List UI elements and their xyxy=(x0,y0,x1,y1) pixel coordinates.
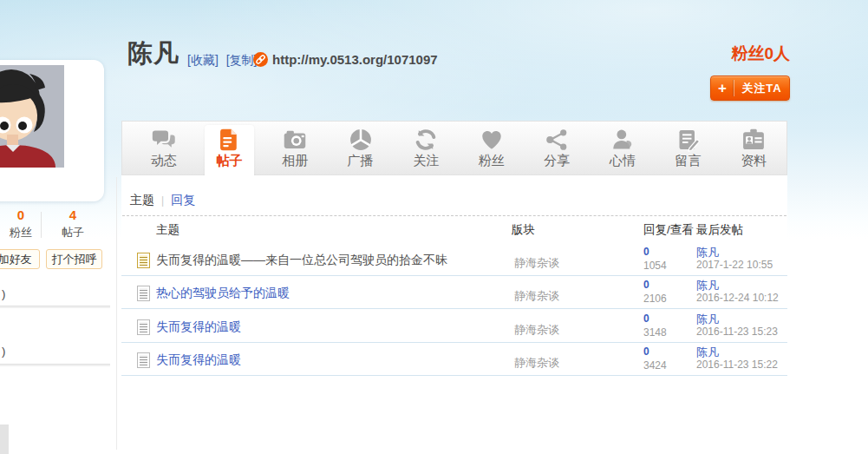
message-icon xyxy=(675,128,702,152)
board-link[interactable]: 静海杂谈 xyxy=(514,355,559,371)
profile-name: 陈凡 xyxy=(127,36,179,71)
reply-count-link[interactable]: 0 xyxy=(643,279,649,291)
camera-icon xyxy=(282,128,308,152)
sidebar-stats: 0 粉丝 4 帖子 xyxy=(0,208,116,240)
tab-label: 关注 xyxy=(413,153,439,169)
tab-label: 心情 xyxy=(610,153,636,169)
tab-profile[interactable]: 资料 xyxy=(721,122,786,174)
share-icon xyxy=(544,128,570,152)
follow-button-label: 关注TA xyxy=(734,81,789,96)
fans-count-text: 粉丝0人 xyxy=(702,43,790,65)
tab-label: 粉丝 xyxy=(479,153,505,169)
column-header-board: 版块 xyxy=(512,222,535,238)
last-post-time: 2016-12-24 10:12 xyxy=(696,292,779,304)
profile-tabbar: 动态 帖子 相册 广播 关注 粉丝 分享 心情 留言 资料 xyxy=(121,121,787,175)
subnav-reply-link[interactable]: 回复 xyxy=(171,193,195,208)
last-post-time: 2017-1-22 10:55 xyxy=(696,259,773,271)
mood-icon xyxy=(610,128,636,152)
column-header-topic: 主题 xyxy=(156,222,179,238)
gray-doc-icon xyxy=(137,319,150,335)
fans-label: 粉丝 xyxy=(0,225,42,240)
tab-broadcast[interactable]: 广播 xyxy=(328,122,394,174)
post-title-link[interactable]: 失而复得的温暖——来自一位总公司驾驶员的拾金不昧 xyxy=(156,253,447,268)
tab-shares[interactable]: 分享 xyxy=(525,122,591,174)
last-post-time: 2016-11-23 15:23 xyxy=(696,326,778,338)
tab-posts[interactable]: 帖子 xyxy=(197,122,263,174)
gray-doc-icon xyxy=(137,352,150,368)
posts-count: 4 xyxy=(42,208,104,222)
gray-doc-icon xyxy=(137,286,150,301)
column-header-lastpost: 最后发帖 xyxy=(696,222,743,238)
table-row: 热心的驾驶员给予的温暖 静海杂谈 0 2106 陈凡 2016-12-24 10… xyxy=(121,275,787,309)
comments-icon xyxy=(151,128,177,152)
table-row: 失而复得的温暖 静海杂谈 0 3424 陈凡 2016-11-23 15:22 xyxy=(121,342,787,376)
tab-following[interactable]: 关注 xyxy=(393,122,459,174)
profile-url: http://my.0513.org/1071097 xyxy=(272,52,438,67)
stat-posts[interactable]: 4 帖子 xyxy=(42,208,104,240)
say-hello-button[interactable]: 打个招呼 xyxy=(46,249,102,269)
board-link[interactable]: 静海杂谈 xyxy=(514,322,559,338)
tab-label: 留言 xyxy=(675,153,702,169)
stat-fans[interactable]: 0 粉丝 xyxy=(0,208,42,240)
reply-count-link[interactable]: 0 xyxy=(643,313,649,325)
sidebar-divider xyxy=(0,306,110,308)
fans-count: 0 xyxy=(0,208,42,222)
profile-page: 0 粉丝 4 帖子 加好友 打个招呼 ) ) 陈凡 [收藏] [复制] http… xyxy=(0,0,868,454)
avatar[interactable] xyxy=(0,65,64,168)
reply-count-link[interactable]: 0 xyxy=(643,345,649,358)
subnav-topic[interactable]: 主题 xyxy=(130,193,154,208)
tab-label: 资料 xyxy=(741,153,767,169)
refresh-icon xyxy=(413,128,439,152)
broadcast-icon xyxy=(348,128,374,152)
tab-feed[interactable]: 动态 xyxy=(131,122,197,174)
bookmark-link[interactable]: [收藏] xyxy=(187,53,219,67)
board-link[interactable]: 静海杂谈 xyxy=(514,288,559,304)
post-title-link[interactable]: 失而复得的温暖 xyxy=(156,319,241,335)
post-title-link[interactable]: 失而复得的温暖 xyxy=(156,352,241,368)
subnav-divider: | xyxy=(161,194,164,207)
tab-label: 广播 xyxy=(348,153,374,169)
tab-mood[interactable]: 心情 xyxy=(590,122,656,174)
view-count: 3148 xyxy=(643,326,667,339)
view-count: 2106 xyxy=(643,293,667,305)
post-title-link[interactable]: 热心的驾驶员给予的温暖 xyxy=(156,286,290,301)
idcard-icon xyxy=(741,128,767,152)
sidebar-truncated-line: ) xyxy=(2,287,5,300)
gold-doc-icon xyxy=(137,253,150,268)
plus-icon: + xyxy=(711,76,734,100)
posts-label: 帖子 xyxy=(42,225,104,240)
last-post-time: 2016-11-23 15:22 xyxy=(696,359,778,371)
view-count: 3424 xyxy=(643,359,667,372)
add-friend-button[interactable]: 加好友 xyxy=(0,249,40,269)
tab-label: 动态 xyxy=(151,153,177,169)
avatar-card xyxy=(0,60,104,201)
table-row: 失而复得的温暖——来自一位总公司驾驶员的拾金不昧 静海杂谈 0 1054 陈凡 … xyxy=(121,242,787,276)
sidebar-truncated-line: ) xyxy=(2,345,5,358)
tab-label: 帖子 xyxy=(216,153,242,169)
avatar-cartoon-boy xyxy=(0,65,64,168)
stats-divider xyxy=(41,212,42,238)
sidebar-right-border xyxy=(116,177,117,450)
reply-count-link[interactable]: 0 xyxy=(643,246,649,258)
column-header-replies: 回复/查看 xyxy=(643,222,694,238)
subnav: 主题 | 回复 xyxy=(130,193,195,208)
board-link[interactable]: 静海杂谈 xyxy=(514,255,559,271)
tab-fans[interactable]: 粉丝 xyxy=(459,122,525,174)
tab-albums[interactable]: 相册 xyxy=(262,122,328,174)
follow-button[interactable]: + 关注TA xyxy=(710,76,790,101)
heart-icon xyxy=(479,128,505,152)
post-icon xyxy=(216,128,242,152)
chain-link-icon xyxy=(253,52,268,67)
dashed-separator xyxy=(122,215,786,216)
tab-messages[interactable]: 留言 xyxy=(656,122,721,174)
sidebar-footer-block xyxy=(0,424,9,454)
sidebar-divider xyxy=(0,364,110,366)
tab-label: 相册 xyxy=(282,153,308,169)
table-row: 失而复得的温暖 静海杂谈 0 3148 陈凡 2016-11-23 15:23 xyxy=(121,309,787,343)
header-links: [收藏] [复制] xyxy=(187,53,261,69)
view-count: 1054 xyxy=(643,260,667,272)
tab-label: 分享 xyxy=(544,153,570,169)
